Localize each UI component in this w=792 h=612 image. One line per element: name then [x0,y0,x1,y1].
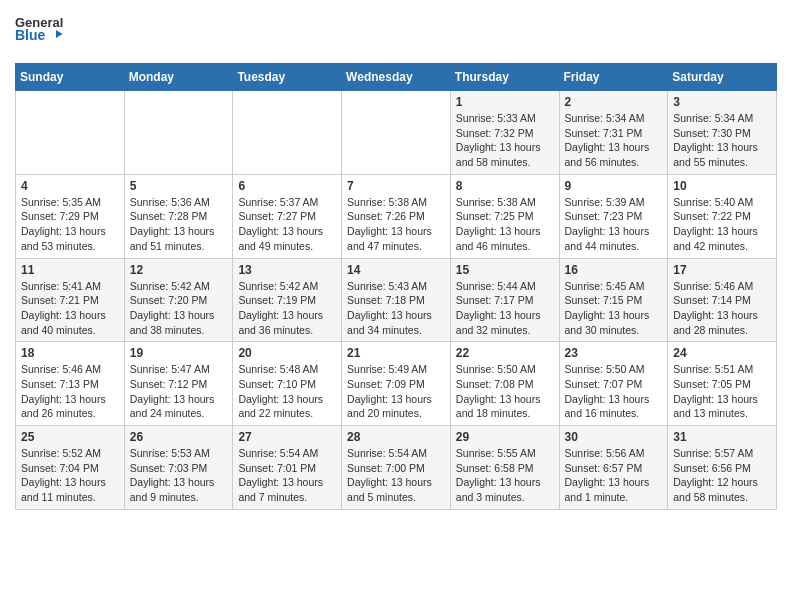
day-content: Sunrise: 5:46 AM Sunset: 7:14 PM Dayligh… [673,279,771,338]
day-content: Sunrise: 5:42 AM Sunset: 7:19 PM Dayligh… [238,279,336,338]
day-cell-21: 21Sunrise: 5:49 AM Sunset: 7:09 PM Dayli… [342,342,451,426]
day-number: 31 [673,430,771,444]
day-cell-20: 20Sunrise: 5:48 AM Sunset: 7:10 PM Dayli… [233,342,342,426]
day-content: Sunrise: 5:50 AM Sunset: 7:08 PM Dayligh… [456,362,554,421]
day-number: 6 [238,179,336,193]
day-cell-26: 26Sunrise: 5:53 AM Sunset: 7:03 PM Dayli… [124,426,233,510]
day-number: 1 [456,95,554,109]
weekday-header-wednesday: Wednesday [342,64,451,91]
day-number: 15 [456,263,554,277]
day-content: Sunrise: 5:34 AM Sunset: 7:30 PM Dayligh… [673,111,771,170]
day-content: Sunrise: 5:41 AM Sunset: 7:21 PM Dayligh… [21,279,119,338]
day-number: 20 [238,346,336,360]
day-content: Sunrise: 5:51 AM Sunset: 7:05 PM Dayligh… [673,362,771,421]
day-content: Sunrise: 5:50 AM Sunset: 7:07 PM Dayligh… [565,362,663,421]
day-number: 28 [347,430,445,444]
day-content: Sunrise: 5:34 AM Sunset: 7:31 PM Dayligh… [565,111,663,170]
day-cell-4: 4Sunrise: 5:35 AM Sunset: 7:29 PM Daylig… [16,174,125,258]
day-cell-10: 10Sunrise: 5:40 AM Sunset: 7:22 PM Dayli… [668,174,777,258]
day-cell-25: 25Sunrise: 5:52 AM Sunset: 7:04 PM Dayli… [16,426,125,510]
day-number: 2 [565,95,663,109]
week-row-4: 18Sunrise: 5:46 AM Sunset: 7:13 PM Dayli… [16,342,777,426]
weekday-header-thursday: Thursday [450,64,559,91]
day-cell-8: 8Sunrise: 5:38 AM Sunset: 7:25 PM Daylig… [450,174,559,258]
day-number: 16 [565,263,663,277]
day-number: 5 [130,179,228,193]
day-cell-2: 2Sunrise: 5:34 AM Sunset: 7:31 PM Daylig… [559,91,668,175]
day-content: Sunrise: 5:52 AM Sunset: 7:04 PM Dayligh… [21,446,119,505]
day-content: Sunrise: 5:48 AM Sunset: 7:10 PM Dayligh… [238,362,336,421]
day-number: 24 [673,346,771,360]
weekday-header-monday: Monday [124,64,233,91]
header: General Blue [15,10,777,55]
day-cell-3: 3Sunrise: 5:34 AM Sunset: 7:30 PM Daylig… [668,91,777,175]
week-row-3: 11Sunrise: 5:41 AM Sunset: 7:21 PM Dayli… [16,258,777,342]
day-cell-22: 22Sunrise: 5:50 AM Sunset: 7:08 PM Dayli… [450,342,559,426]
day-number: 4 [21,179,119,193]
day-content: Sunrise: 5:37 AM Sunset: 7:27 PM Dayligh… [238,195,336,254]
day-content: Sunrise: 5:42 AM Sunset: 7:20 PM Dayligh… [130,279,228,338]
logo: General Blue [15,10,65,55]
empty-cell [16,91,125,175]
svg-marker-2 [56,30,63,38]
day-content: Sunrise: 5:56 AM Sunset: 6:57 PM Dayligh… [565,446,663,505]
day-content: Sunrise: 5:40 AM Sunset: 7:22 PM Dayligh… [673,195,771,254]
day-number: 22 [456,346,554,360]
day-number: 10 [673,179,771,193]
day-content: Sunrise: 5:45 AM Sunset: 7:15 PM Dayligh… [565,279,663,338]
day-content: Sunrise: 5:35 AM Sunset: 7:29 PM Dayligh… [21,195,119,254]
day-number: 17 [673,263,771,277]
svg-text:Blue: Blue [15,27,46,43]
empty-cell [233,91,342,175]
day-content: Sunrise: 5:57 AM Sunset: 6:56 PM Dayligh… [673,446,771,505]
week-row-5: 25Sunrise: 5:52 AM Sunset: 7:04 PM Dayli… [16,426,777,510]
day-content: Sunrise: 5:39 AM Sunset: 7:23 PM Dayligh… [565,195,663,254]
day-content: Sunrise: 5:49 AM Sunset: 7:09 PM Dayligh… [347,362,445,421]
day-cell-12: 12Sunrise: 5:42 AM Sunset: 7:20 PM Dayli… [124,258,233,342]
day-number: 27 [238,430,336,444]
day-content: Sunrise: 5:33 AM Sunset: 7:32 PM Dayligh… [456,111,554,170]
weekday-header-row: SundayMondayTuesdayWednesdayThursdayFrid… [16,64,777,91]
day-cell-5: 5Sunrise: 5:36 AM Sunset: 7:28 PM Daylig… [124,174,233,258]
day-cell-6: 6Sunrise: 5:37 AM Sunset: 7:27 PM Daylig… [233,174,342,258]
day-content: Sunrise: 5:46 AM Sunset: 7:13 PM Dayligh… [21,362,119,421]
day-cell-28: 28Sunrise: 5:54 AM Sunset: 7:00 PM Dayli… [342,426,451,510]
empty-cell [124,91,233,175]
day-number: 8 [456,179,554,193]
day-content: Sunrise: 5:47 AM Sunset: 7:12 PM Dayligh… [130,362,228,421]
day-number: 26 [130,430,228,444]
day-cell-11: 11Sunrise: 5:41 AM Sunset: 7:21 PM Dayli… [16,258,125,342]
weekday-header-friday: Friday [559,64,668,91]
day-number: 30 [565,430,663,444]
week-row-1: 1Sunrise: 5:33 AM Sunset: 7:32 PM Daylig… [16,91,777,175]
day-number: 9 [565,179,663,193]
day-number: 7 [347,179,445,193]
day-content: Sunrise: 5:36 AM Sunset: 7:28 PM Dayligh… [130,195,228,254]
day-number: 23 [565,346,663,360]
day-number: 3 [673,95,771,109]
day-number: 19 [130,346,228,360]
day-cell-29: 29Sunrise: 5:55 AM Sunset: 6:58 PM Dayli… [450,426,559,510]
day-number: 25 [21,430,119,444]
day-number: 11 [21,263,119,277]
day-cell-13: 13Sunrise: 5:42 AM Sunset: 7:19 PM Dayli… [233,258,342,342]
day-cell-1: 1Sunrise: 5:33 AM Sunset: 7:32 PM Daylig… [450,91,559,175]
day-content: Sunrise: 5:38 AM Sunset: 7:25 PM Dayligh… [456,195,554,254]
day-cell-31: 31Sunrise: 5:57 AM Sunset: 6:56 PM Dayli… [668,426,777,510]
day-cell-15: 15Sunrise: 5:44 AM Sunset: 7:17 PM Dayli… [450,258,559,342]
day-cell-16: 16Sunrise: 5:45 AM Sunset: 7:15 PM Dayli… [559,258,668,342]
day-number: 29 [456,430,554,444]
day-content: Sunrise: 5:38 AM Sunset: 7:26 PM Dayligh… [347,195,445,254]
day-cell-27: 27Sunrise: 5:54 AM Sunset: 7:01 PM Dayli… [233,426,342,510]
empty-cell [342,91,451,175]
day-cell-23: 23Sunrise: 5:50 AM Sunset: 7:07 PM Dayli… [559,342,668,426]
day-content: Sunrise: 5:55 AM Sunset: 6:58 PM Dayligh… [456,446,554,505]
week-row-2: 4Sunrise: 5:35 AM Sunset: 7:29 PM Daylig… [16,174,777,258]
day-number: 13 [238,263,336,277]
day-cell-24: 24Sunrise: 5:51 AM Sunset: 7:05 PM Dayli… [668,342,777,426]
day-content: Sunrise: 5:54 AM Sunset: 7:00 PM Dayligh… [347,446,445,505]
day-cell-14: 14Sunrise: 5:43 AM Sunset: 7:18 PM Dayli… [342,258,451,342]
day-number: 18 [21,346,119,360]
day-cell-19: 19Sunrise: 5:47 AM Sunset: 7:12 PM Dayli… [124,342,233,426]
weekday-header-tuesday: Tuesday [233,64,342,91]
